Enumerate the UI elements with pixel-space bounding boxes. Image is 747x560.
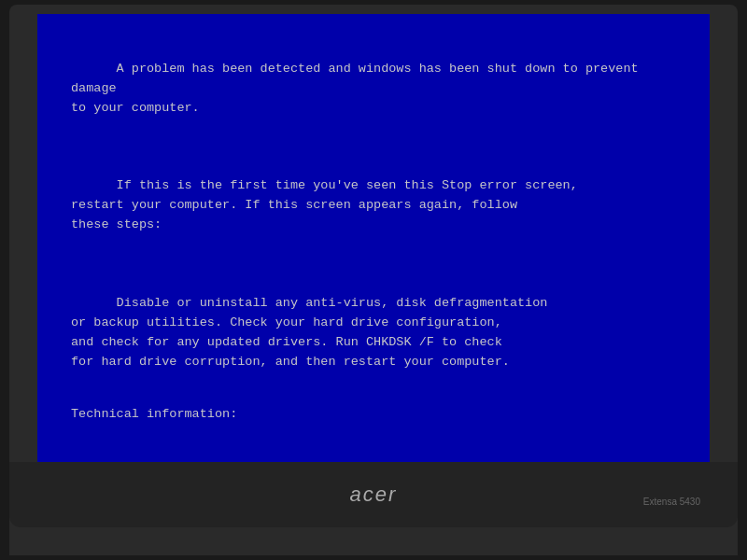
laptop-bottom: acer Extensa 5430 [9, 462, 738, 527]
bsod-line1: A problem has been detected and windows … [71, 62, 646, 115]
bsod-line2: If this is the first time you've seen th… [71, 178, 578, 231]
laptop-outer: A problem has been detected and windows … [9, 5, 738, 555]
model-label: Extensa 5430 [643, 497, 700, 507]
bsod-screen: A problem has been detected and windows … [37, 14, 710, 462]
bsod-content: A problem has been detected and windows … [71, 40, 676, 462]
bsod-line3: Disable or uninstall any anti-virus, dis… [71, 296, 547, 369]
technical-label: Technical information: [71, 405, 676, 425]
brand-label: acer [350, 483, 398, 507]
